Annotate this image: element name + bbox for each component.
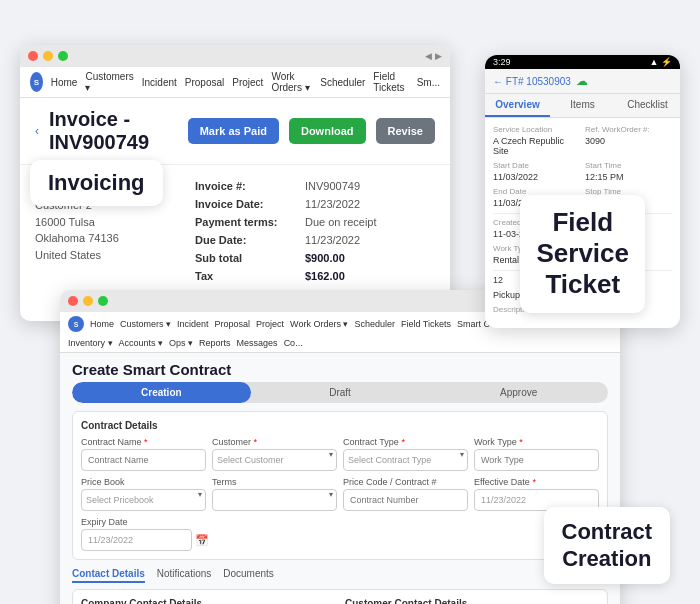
close-button[interactable] bbox=[28, 51, 38, 61]
detail-val-invoice-num: INV900749 bbox=[305, 180, 360, 192]
maximize-button[interactable] bbox=[58, 51, 68, 61]
bill-to-address: Customer 2 16000 Tulsa Oklahoma 74136 Un… bbox=[35, 197, 175, 263]
nav-home[interactable]: Home bbox=[51, 77, 78, 88]
back-button[interactable]: ‹ bbox=[35, 124, 39, 138]
customer-select[interactable]: Select Customer bbox=[212, 449, 337, 471]
fst-back-button[interactable]: ← FT# 10530903 bbox=[493, 76, 571, 87]
work-type-field: Work Type bbox=[474, 437, 599, 471]
cnav-field-tickets[interactable]: Field Tickets bbox=[401, 319, 451, 329]
terms-select[interactable] bbox=[212, 489, 337, 511]
cnav-scheduler[interactable]: Scheduler bbox=[354, 319, 395, 329]
fst-service-location-label: Service Location bbox=[493, 125, 580, 134]
nav-customers[interactable]: Customers ▾ bbox=[85, 71, 133, 93]
price-book-select[interactable]: Select Pricebook bbox=[81, 489, 206, 511]
cnav-inventory[interactable]: Inventory ▾ bbox=[68, 338, 113, 348]
mark-paid-button[interactable]: Mark as Paid bbox=[188, 118, 279, 144]
detail-val-invoice-date: 11/23/2022 bbox=[305, 198, 360, 210]
contract-details-section: Contract Details Contract Name Customer … bbox=[72, 411, 608, 560]
fst-ref-wo-value: 3090 bbox=[585, 136, 672, 146]
fst-tab-overview[interactable]: Overview bbox=[485, 94, 550, 117]
contract-window: S Home Customers ▾ Incident Proposal Pro… bbox=[60, 290, 620, 604]
detail-label-invoice-date: Invoice Date: bbox=[195, 198, 305, 210]
nav-scheduler[interactable]: Scheduler bbox=[320, 77, 365, 88]
price-book-field: Price Book Select Pricebook bbox=[81, 477, 206, 511]
customer-contact-title: Customer Contact Details bbox=[345, 598, 599, 604]
step-draft[interactable]: Draft bbox=[251, 382, 430, 403]
fst-start-date-col: Start Date 11/03/2022 bbox=[493, 161, 580, 182]
detail-invoice-num: Invoice #: INV900749 bbox=[195, 180, 435, 192]
fst-service-location-row: Service Location A Czech Republic Site R… bbox=[493, 125, 672, 156]
expiry-date-input[interactable] bbox=[81, 529, 192, 551]
cnav-home[interactable]: Home bbox=[90, 319, 114, 329]
fst-label: Field Service Ticket bbox=[520, 195, 645, 313]
cnav-messages[interactable]: Messages bbox=[237, 338, 278, 348]
cnav-customers[interactable]: Customers ▾ bbox=[120, 319, 171, 329]
cnav-reports[interactable]: Reports bbox=[199, 338, 231, 348]
nav-proposal[interactable]: Proposal bbox=[185, 77, 224, 88]
company-contact-title: Company Contact Details bbox=[81, 598, 335, 604]
cnav-accounts[interactable]: Accounts ▾ bbox=[119, 338, 164, 348]
download-button[interactable]: Download bbox=[289, 118, 366, 144]
fst-service-location-col: Service Location A Czech Republic Site bbox=[493, 125, 580, 156]
detail-due-date: Due Date: 11/23/2022 bbox=[195, 234, 435, 246]
fst-start-date-value: 11/03/2022 bbox=[493, 172, 580, 182]
price-code-input[interactable] bbox=[343, 489, 468, 511]
nav-incident[interactable]: Incident bbox=[142, 77, 177, 88]
contract-name-input[interactable] bbox=[81, 449, 206, 471]
nav-work-orders[interactable]: Work Orders ▾ bbox=[271, 71, 312, 93]
cnav-work-orders[interactable]: Work Orders ▾ bbox=[290, 319, 348, 329]
contract-minimize-button[interactable] bbox=[83, 296, 93, 306]
contract-close-button[interactable] bbox=[68, 296, 78, 306]
contact-tab-details[interactable]: Contact Details bbox=[72, 568, 145, 583]
step-approve[interactable]: Approve bbox=[429, 382, 608, 403]
fst-dates-row: Start Date 11/03/2022 Start Time 12:15 P… bbox=[493, 161, 672, 182]
contract-name-field: Contract Name bbox=[81, 437, 206, 471]
fst-service-location-value: A Czech Republic Site bbox=[493, 136, 580, 156]
detail-label-subtotal: Sub total bbox=[195, 252, 305, 264]
revise-button[interactable]: Revise bbox=[376, 118, 435, 144]
detail-label-payment-terms: Payment terms: bbox=[195, 216, 305, 228]
work-type-label: Work Type bbox=[474, 437, 599, 447]
contract-type-field: Contract Type Select Contract Type bbox=[343, 437, 468, 471]
fst-label-line2: Service bbox=[536, 238, 629, 269]
fst-tab-items[interactable]: Items bbox=[550, 94, 615, 117]
fst-cloud-icon: ☁ bbox=[576, 74, 588, 88]
contract-steps: Creation Draft Approve bbox=[72, 382, 608, 403]
contract-page-title: Create Smart Contract bbox=[60, 353, 620, 382]
fst-ref-work-order-col: Ref. WorkOrder #: 3090 bbox=[585, 125, 672, 156]
invoice-titlebar: ◀ ▶ bbox=[20, 45, 450, 67]
price-book-label: Price Book bbox=[81, 477, 206, 487]
fst-start-date-label: Start Date bbox=[493, 161, 580, 170]
calendar-icon[interactable]: 📅 bbox=[195, 534, 209, 547]
detail-val-subtotal: $900.00 bbox=[305, 252, 345, 264]
fst-tab-checklist[interactable]: Checklist bbox=[615, 94, 680, 117]
contract-type-select[interactable]: Select Contract Type bbox=[343, 449, 468, 471]
invoicing-label: Invoicing bbox=[30, 160, 163, 206]
contract-name-label: Contract Name bbox=[81, 437, 206, 447]
cnav-incident[interactable]: Incident bbox=[177, 319, 209, 329]
contact-tab-documents[interactable]: Documents bbox=[223, 568, 274, 583]
cnav-more[interactable]: Co... bbox=[284, 338, 303, 348]
company-contact-col: Company Contact Details First Name Last … bbox=[81, 598, 335, 604]
price-code-field: Price Code / Contract # bbox=[343, 477, 468, 511]
nav-sm[interactable]: Sm... bbox=[417, 77, 440, 88]
expiry-date-field: Expiry Date 📅 bbox=[81, 517, 209, 551]
step-creation[interactable]: Creation bbox=[72, 382, 251, 403]
work-type-input[interactable] bbox=[474, 449, 599, 471]
detail-label-tax: Tax bbox=[195, 270, 305, 282]
fst-status-icons: ▲ ⚡ bbox=[650, 57, 672, 67]
contract-maximize-button[interactable] bbox=[98, 296, 108, 306]
detail-val-payment-terms: Due on receipt bbox=[305, 216, 377, 228]
contact-tab-notifications[interactable]: Notifications bbox=[157, 568, 211, 583]
nav-project[interactable]: Project bbox=[232, 77, 263, 88]
fst-tabs: Overview Items Checklist bbox=[485, 94, 680, 118]
minimize-button[interactable] bbox=[43, 51, 53, 61]
cnav-project[interactable]: Project bbox=[256, 319, 284, 329]
nav-field-tickets[interactable]: Field Tickets bbox=[373, 71, 408, 93]
cnav-proposal[interactable]: Proposal bbox=[215, 319, 251, 329]
terms-label: Terms bbox=[212, 477, 337, 487]
nav-arrows[interactable]: ◀ ▶ bbox=[425, 51, 442, 61]
cnav-ops[interactable]: Ops ▾ bbox=[169, 338, 193, 348]
contract-label-line1: Contract bbox=[562, 519, 652, 545]
fst-label-line3: Ticket bbox=[536, 269, 629, 300]
